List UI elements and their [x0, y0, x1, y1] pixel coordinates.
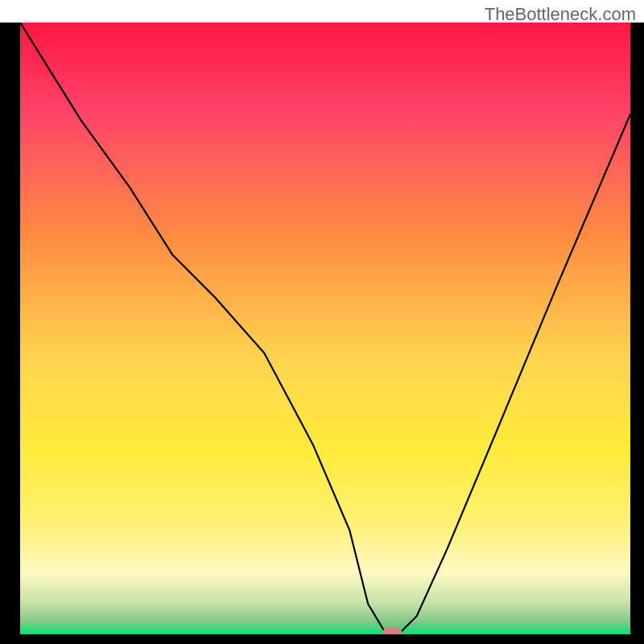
chart-svg	[20, 23, 630, 634]
axis-bottom	[0, 634, 644, 644]
axis-left	[0, 23, 20, 644]
chart-container	[20, 23, 630, 634]
watermark-text: TheBottleneck.com	[485, 4, 636, 25]
axis-right	[630, 23, 644, 644]
optimal-point-marker	[382, 627, 402, 634]
